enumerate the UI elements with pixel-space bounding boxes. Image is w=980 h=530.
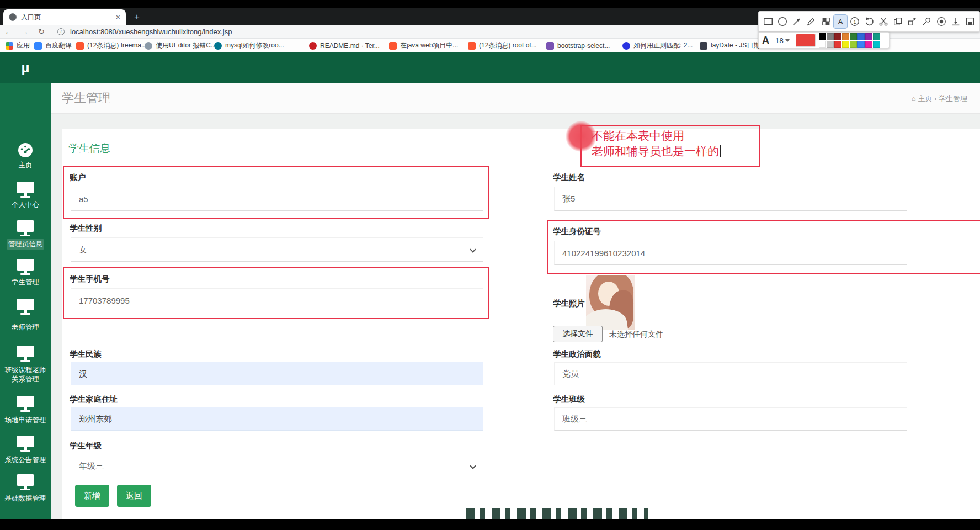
annotation-note-line2: 老师和辅导员也是一样的	[592, 144, 759, 159]
sidebar-item-home[interactable]: 主页	[0, 142, 51, 170]
annotation-rect-account	[63, 166, 489, 219]
palette-color[interactable]	[834, 41, 841, 48]
annotation-rect-phone	[63, 267, 489, 319]
mysql-icon	[214, 42, 222, 50]
palette-color[interactable]	[819, 33, 826, 40]
svg-text:A: A	[838, 18, 843, 26]
bookmark-baidu-translate[interactable]: 百度翻译	[34, 41, 72, 50]
tab-title: 入口页	[21, 13, 113, 22]
monitor-icon	[17, 474, 34, 491]
undo-icon[interactable]	[862, 15, 876, 28]
cut-icon[interactable]	[877, 15, 890, 28]
sidebar-item-admin-info[interactable]: 管理员信息	[0, 220, 51, 250]
monitor-icon	[17, 182, 34, 198]
sidebar-item-teacher-mgmt[interactable]: 老师管理	[0, 299, 51, 332]
bookmark-ueditor[interactable]: 使用UEditor 报错C...	[145, 41, 216, 50]
expand-icon[interactable]	[906, 15, 919, 28]
political-label: 学生政治面貌	[553, 349, 601, 359]
annotation-red-dot	[566, 121, 596, 152]
bookmark-apps[interactable]: 应用	[6, 41, 30, 50]
pin-icon[interactable]	[920, 15, 933, 28]
breadcrumb-current: 学生管理	[939, 94, 967, 103]
ethnicity-input[interactable]: 汉	[71, 362, 483, 385]
class-label: 学生班级	[553, 394, 585, 405]
step-number-tool-icon[interactable]: 1	[848, 15, 861, 28]
palette-color[interactable]	[850, 41, 857, 48]
back-icon[interactable]: ←	[0, 27, 17, 36]
gender-select[interactable]: 女	[71, 237, 483, 262]
cropped-text-fragment	[466, 508, 648, 519]
political-input[interactable]: 党员	[554, 362, 907, 385]
apps-grid-icon	[6, 42, 13, 50]
sidebar-item-base-data[interactable]: 基础数据管理	[0, 474, 51, 504]
sidebar-item-system-notice[interactable]: 系统公告管理	[0, 436, 51, 465]
copy-icon[interactable]	[891, 15, 904, 28]
grade-select[interactable]: 年级三	[71, 454, 483, 478]
browser-tab[interactable]: 入口页 ×	[3, 9, 126, 25]
baidu-paw-icon	[622, 42, 630, 50]
app-logo[interactable]: µ	[0, 52, 51, 83]
rectangle-tool-icon[interactable]	[761, 15, 775, 28]
sidebar-item-personal-center[interactable]: 个人中心	[0, 182, 51, 210]
class-input[interactable]: 班级三	[554, 407, 907, 431]
palette-color[interactable]	[873, 41, 880, 48]
pen-tool-icon[interactable]	[805, 15, 818, 28]
monitor-icon	[17, 220, 34, 237]
palette-color[interactable]	[858, 33, 865, 40]
ellipse-tool-icon[interactable]	[776, 15, 789, 28]
download-icon[interactable]	[949, 15, 962, 28]
save-icon[interactable]	[963, 15, 977, 28]
bookmark-root-of[interactable]: (12条消息) root of...	[468, 41, 537, 50]
new-tab-button[interactable]: +	[134, 12, 140, 22]
monitor-icon	[17, 259, 34, 275]
page-title: 学生管理	[62, 90, 110, 107]
bookmark-csdn-freemarker[interactable]: (12条消息) freema...	[76, 41, 147, 50]
bookmark-regex[interactable]: 如何用正则匹配: 2...	[622, 41, 693, 50]
address-input[interactable]: 郑州东郊	[71, 407, 483, 431]
choose-file-button[interactable]: 选择文件	[553, 326, 603, 342]
site-info-icon[interactable]: i	[57, 28, 65, 35]
arrow-tool-icon[interactable]	[790, 15, 803, 28]
palette-color[interactable]	[819, 41, 826, 48]
url-text[interactable]: localhost:8080/xueshengshiwuchulixitong/…	[70, 28, 232, 36]
font-size-select[interactable]: 18	[773, 35, 792, 46]
baidu-translate-icon	[34, 42, 42, 50]
current-color-swatch[interactable]	[796, 34, 816, 47]
text-tool-icon[interactable]: A	[834, 15, 847, 28]
bookmark-mysql[interactable]: mysql如何修改roo...	[214, 41, 284, 50]
breadcrumb-separator: ›	[934, 94, 936, 103]
svg-text:1: 1	[853, 19, 856, 25]
palette-color[interactable]	[834, 33, 841, 40]
record-icon[interactable]	[935, 15, 948, 28]
screenshot-root: 入口页 × + ← → ↻ i localhost:8080/xueshengs…	[0, 0, 980, 530]
student-name-input[interactable]: 张5	[554, 187, 907, 211]
bookmark-javaweb[interactable]: 在java web项目中...	[389, 41, 458, 50]
sidebar-item-class-course-teacher[interactable]: 班级课程老师 关系管理	[0, 346, 51, 384]
chevron-down-icon	[470, 246, 476, 252]
palette-color[interactable]	[842, 33, 849, 40]
palette-color[interactable]	[865, 33, 872, 40]
tab-close-icon[interactable]: ×	[116, 13, 120, 22]
sidebar-item-student-mgmt[interactable]: 学生管理	[0, 259, 51, 287]
chevron-down-icon	[785, 39, 790, 42]
app-header-band	[0, 52, 980, 83]
palette-color[interactable]	[850, 33, 857, 40]
palette-color[interactable]	[842, 41, 849, 48]
breadcrumb-home[interactable]: 主页	[918, 94, 932, 103]
bookmark-readme-gitee[interactable]: README.md · Ter...	[309, 41, 380, 50]
palette-color[interactable]	[865, 41, 872, 48]
palette-color[interactable]	[858, 41, 865, 48]
sidebar-item-venue-apply[interactable]: 场地申请管理	[0, 396, 51, 425]
back-button[interactable]: 返回	[117, 485, 151, 507]
bookmark-bootstrap-select[interactable]: bootstrap-select...	[546, 41, 610, 50]
reload-icon[interactable]: ↻	[33, 27, 50, 36]
palette-color[interactable]	[873, 33, 880, 40]
bootstrap-icon	[546, 42, 554, 50]
annotation-rect-id-number	[547, 220, 980, 274]
forward-icon[interactable]: →	[17, 27, 33, 36]
app-sidebar: µ 主页 个人中心 管理员信息 学生管理 老师管理 班级课程老师	[0, 52, 51, 519]
mosaic-tool-icon[interactable]	[819, 15, 833, 28]
add-button[interactable]: 新增	[75, 485, 109, 507]
palette-color[interactable]	[827, 33, 834, 40]
palette-color[interactable]	[827, 41, 834, 48]
